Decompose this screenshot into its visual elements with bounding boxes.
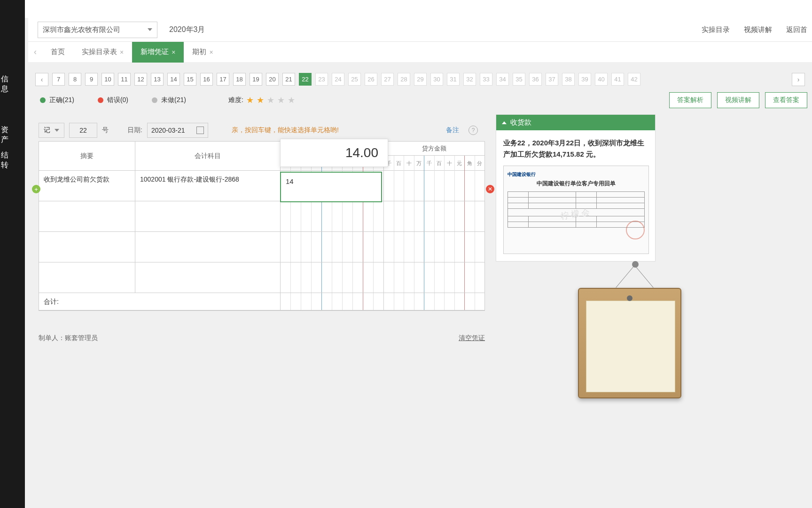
nav-prev-icon[interactable]: ‹ bbox=[35, 73, 48, 86]
num-nav-item[interactable]: 29 bbox=[414, 73, 427, 86]
help-icon[interactable]: ? bbox=[468, 126, 478, 135]
digit-column bbox=[353, 232, 363, 262]
num-nav-item[interactable]: 41 bbox=[611, 73, 624, 86]
num-nav-item[interactable]: 25 bbox=[348, 73, 361, 86]
digit-column bbox=[465, 293, 475, 310]
summary-cell[interactable] bbox=[39, 262, 135, 293]
num-nav-item[interactable]: 40 bbox=[595, 73, 608, 86]
sidebar-item-carryover[interactable]: 结转 bbox=[1, 151, 14, 170]
num-nav-item[interactable]: 27 bbox=[381, 73, 394, 86]
num-nav-item[interactable]: 8 bbox=[69, 73, 81, 86]
digit-column bbox=[281, 201, 291, 231]
num-nav-item[interactable]: 22 bbox=[299, 73, 312, 86]
star-icon: ★ bbox=[257, 95, 264, 105]
credit-cell[interactable] bbox=[384, 262, 484, 293]
subject-cell[interactable] bbox=[135, 232, 281, 262]
subject-cell[interactable]: 1002001 银行存款-建设银行-2868 bbox=[135, 171, 281, 201]
num-nav-item[interactable]: 19 bbox=[250, 73, 262, 86]
num-nav-item[interactable]: 28 bbox=[398, 73, 410, 86]
summary-cell[interactable]: 收到龙维公司前欠货款 bbox=[39, 171, 135, 201]
debit-amount-input[interactable]: 14 bbox=[280, 172, 382, 202]
side-panel-header[interactable]: 收货款 bbox=[496, 115, 655, 130]
num-nav-item[interactable]: 37 bbox=[546, 73, 558, 86]
nav-next-icon[interactable]: › bbox=[792, 73, 805, 86]
num-nav-item[interactable]: 11 bbox=[118, 73, 131, 86]
clipboard-hanger-icon bbox=[632, 261, 639, 268]
num-nav-item[interactable]: 33 bbox=[480, 73, 492, 86]
voucher-table: 摘要 会计科目 借方金额 贷方金额 千百十万千百十元角分 收到龙维公司前欠货款 … bbox=[39, 141, 485, 311]
credit-cell[interactable] bbox=[384, 171, 484, 201]
num-nav-item[interactable]: 17 bbox=[217, 73, 229, 86]
num-nav-item[interactable]: 30 bbox=[430, 73, 443, 86]
num-nav-item[interactable]: 23 bbox=[315, 73, 328, 86]
add-row-button[interactable]: + bbox=[32, 185, 40, 193]
tab-nav-back-icon[interactable]: ‹ bbox=[28, 42, 42, 63]
link-catalog[interactable]: 实操目录 bbox=[702, 25, 730, 34]
debit-cell[interactable] bbox=[281, 201, 384, 231]
digit-column bbox=[435, 171, 445, 201]
date-input[interactable]: 2020-03-21 bbox=[147, 123, 208, 138]
debit-cell[interactable] bbox=[281, 262, 384, 293]
table-row: 收到龙维公司前欠货款 1002001 银行存款-建设银行-2868 bbox=[39, 171, 484, 201]
num-nav-item[interactable]: 15 bbox=[184, 73, 196, 86]
num-nav-item[interactable]: 38 bbox=[562, 73, 575, 86]
link-home[interactable]: 返回首 bbox=[786, 25, 807, 34]
digit-column bbox=[322, 201, 332, 231]
clipboard-widget[interactable] bbox=[578, 288, 681, 398]
digit-column bbox=[374, 293, 383, 310]
tab-initial[interactable]: 期初 × bbox=[184, 42, 221, 63]
num-nav-item[interactable]: 12 bbox=[134, 73, 147, 86]
summary-cell[interactable] bbox=[39, 201, 135, 231]
num-nav-item[interactable]: 42 bbox=[628, 73, 640, 86]
credit-cell[interactable] bbox=[384, 232, 484, 262]
link-video[interactable]: 视频讲解 bbox=[744, 25, 772, 34]
close-icon[interactable]: × bbox=[209, 48, 213, 56]
num-nav-item[interactable]: 18 bbox=[233, 73, 246, 86]
num-nav-item[interactable]: 21 bbox=[282, 73, 295, 86]
digit-column bbox=[374, 262, 383, 293]
close-icon[interactable]: × bbox=[172, 48, 175, 56]
answer-analysis-button[interactable]: 答案解析 bbox=[669, 92, 711, 108]
num-nav-item[interactable]: 32 bbox=[463, 73, 476, 86]
summary-cell[interactable] bbox=[39, 232, 135, 262]
num-nav-item[interactable]: 20 bbox=[266, 73, 279, 86]
num-nav-item[interactable]: 7 bbox=[52, 73, 65, 86]
subject-cell[interactable] bbox=[135, 201, 281, 231]
num-nav-item[interactable]: 39 bbox=[578, 73, 591, 86]
digit-column bbox=[394, 171, 405, 201]
num-nav-item[interactable]: 34 bbox=[496, 73, 509, 86]
status-wrong-label: 错误(0) bbox=[107, 96, 128, 104]
tab-home[interactable]: 首页 bbox=[42, 42, 73, 63]
sidebar-item-info[interactable]: 信息 bbox=[1, 74, 14, 94]
receipt-image[interactable]: 中国建设银行 中国建设银行单位客户专用回单 柠檬会 bbox=[503, 166, 649, 254]
num-nav-item[interactable]: 14 bbox=[167, 73, 180, 86]
num-nav-item[interactable]: 16 bbox=[200, 73, 213, 86]
debit-cell[interactable] bbox=[281, 232, 384, 262]
voucher-type-select[interactable]: 记 bbox=[39, 123, 64, 138]
calendar-icon[interactable] bbox=[196, 127, 204, 134]
delete-row-button[interactable]: ✕ bbox=[486, 185, 494, 193]
credit-cell[interactable] bbox=[384, 201, 484, 231]
voucher-number-input[interactable]: 22 bbox=[69, 123, 97, 138]
num-nav-item[interactable]: 36 bbox=[529, 73, 542, 86]
num-nav-item[interactable]: 26 bbox=[365, 73, 377, 86]
num-nav-item[interactable]: 9 bbox=[85, 73, 98, 86]
num-nav-item[interactable]: 24 bbox=[332, 73, 344, 86]
digit-column bbox=[374, 201, 383, 231]
num-nav-item[interactable]: 35 bbox=[513, 73, 525, 86]
num-nav-item[interactable]: 31 bbox=[447, 73, 460, 86]
num-nav-item[interactable]: 10 bbox=[102, 73, 114, 86]
num-nav-item[interactable]: 13 bbox=[151, 73, 164, 86]
remark-link[interactable]: 备注 bbox=[446, 126, 459, 135]
view-answer-button[interactable]: 查看答案 bbox=[765, 92, 807, 108]
clear-voucher-link[interactable]: 清空凭证 bbox=[459, 334, 485, 342]
hao-label: 号 bbox=[102, 126, 109, 135]
receipt-title: 中国建设银行单位客户专用回单 bbox=[508, 180, 645, 188]
video-explain-button[interactable]: 视频讲解 bbox=[717, 92, 759, 108]
sidebar-item-assets[interactable]: 资产 bbox=[1, 125, 14, 145]
subject-cell[interactable] bbox=[135, 262, 281, 293]
company-dropdown[interactable]: 深圳市鑫光农牧有限公司 bbox=[38, 22, 157, 38]
tab-catalog[interactable]: 实操目录表 × bbox=[73, 42, 132, 63]
tab-new-voucher[interactable]: 新增凭证 × bbox=[132, 42, 184, 63]
close-icon[interactable]: × bbox=[120, 48, 124, 56]
